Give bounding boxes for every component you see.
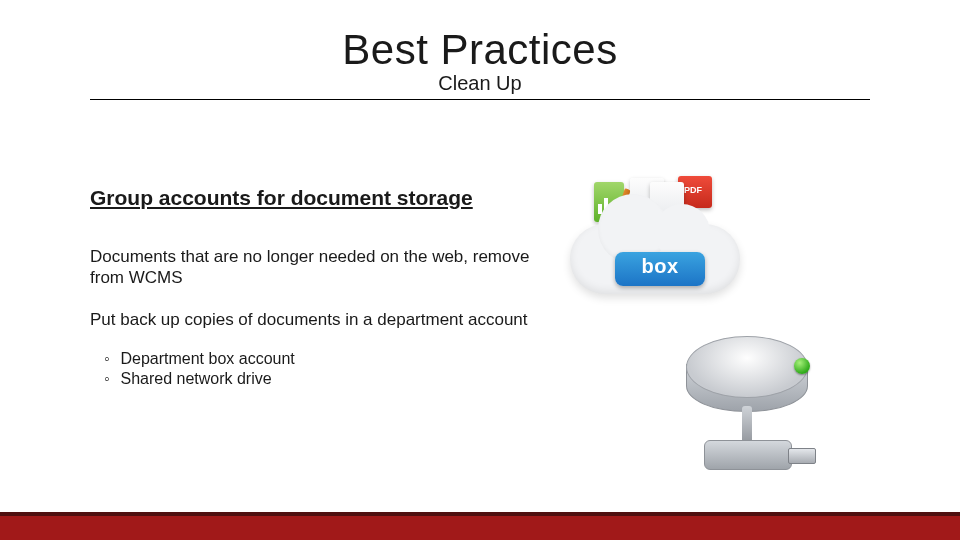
list-item: ◦ Shared network drive [104, 370, 550, 388]
network-plug-icon [788, 448, 816, 464]
disk-top-icon [686, 336, 808, 398]
title-divider [90, 99, 870, 100]
slide-subtitle: Clean Up [0, 72, 960, 95]
list-item: ◦ Department box account [104, 350, 550, 368]
bullet-icon: ◦ [104, 350, 116, 368]
cloud-documents-icon: box [570, 176, 740, 316]
network-drive-icon [670, 336, 830, 486]
status-light-icon [794, 358, 810, 374]
section-heading: Group accounts for document storage [90, 186, 550, 210]
box-logo-icon: box [615, 252, 705, 286]
bullet-icon: ◦ [104, 370, 116, 388]
paragraph-2: Put back up copies of documents in a dep… [90, 309, 550, 330]
slide: Best Practices Clean Up Group accounts f… [0, 26, 960, 540]
list-item-label: Shared network drive [120, 370, 271, 387]
slide-title: Best Practices [0, 26, 960, 74]
list-item-label: Department box account [120, 350, 294, 367]
sub-list: ◦ Department box account ◦ Shared networ… [90, 350, 550, 388]
footer-band [0, 512, 960, 540]
content-block: Group accounts for document storage Docu… [90, 186, 550, 390]
drive-base-icon [704, 440, 792, 470]
paragraph-1: Documents that are no longer needed on t… [90, 246, 550, 289]
